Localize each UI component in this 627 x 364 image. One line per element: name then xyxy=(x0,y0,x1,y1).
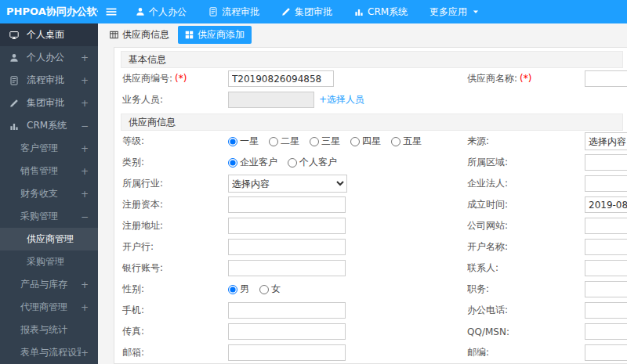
position-input[interactable] xyxy=(585,281,627,297)
supplier-name-input[interactable] xyxy=(585,70,627,87)
category-radio-option[interactable]: 个人客户 xyxy=(288,156,337,169)
account-name-label-cell: 开户名称: xyxy=(467,240,585,254)
registered-address-input[interactable] xyxy=(228,218,346,234)
expand-icon[interactable]: + xyxy=(81,302,98,313)
supplier-code-input[interactable] xyxy=(228,70,334,87)
tab-supplier-info[interactable]: 供应商信息 xyxy=(103,26,176,44)
supplier-name-label: 供应商名称: xyxy=(467,73,517,84)
topnav-item-process-approval[interactable]: 流程审批 xyxy=(198,0,270,23)
edit-icon xyxy=(281,7,291,16)
sidebar-item-sales-mgmt[interactable]: 销售管理+ xyxy=(0,160,98,182)
account-name-input[interactable] xyxy=(585,239,627,255)
region-input[interactable] xyxy=(585,154,627,171)
bank-account-control-cell xyxy=(228,260,467,276)
topnav-item-group-approval[interactable]: 集团审批 xyxy=(270,0,343,23)
category-radio-input[interactable] xyxy=(228,158,237,168)
website-control-cell xyxy=(585,218,627,234)
category-radio-input[interactable] xyxy=(288,158,297,168)
registered-address-label-cell: 注册地址: xyxy=(114,219,228,232)
sidebar-item-customer-mgmt[interactable]: 客户管理+ xyxy=(0,137,98,160)
source-select[interactable]: 选择内容 xyxy=(585,132,627,150)
expand-icon[interactable]: + xyxy=(81,52,98,63)
supplier-form: 基本信息供应商编号:(*)供应商名称:(*)业务人员:+选择人员供应商信息等级:… xyxy=(114,47,627,364)
gender-radio-option[interactable]: 女 xyxy=(259,283,281,296)
level-radio-input[interactable] xyxy=(350,137,360,146)
menu-toggle-icon[interactable] xyxy=(98,0,125,23)
level-radio-option[interactable]: 五星 xyxy=(391,135,422,148)
required-mark: (*) xyxy=(175,73,187,84)
sidebar-item-finance[interactable]: 财务收支+ xyxy=(0,182,98,205)
expand-icon[interactable]: + xyxy=(81,189,98,200)
industry-select[interactable]: 选择内容 xyxy=(228,175,347,193)
qq-msn-input[interactable] xyxy=(585,323,627,340)
gender-radio-option[interactable]: 男 xyxy=(228,283,249,296)
level-radio-input[interactable] xyxy=(269,137,278,146)
sales-person-control-cell: +选择人员 xyxy=(228,92,467,108)
sales-person-picker-link[interactable]: +选择人员 xyxy=(319,93,364,106)
email-input[interactable] xyxy=(228,344,346,361)
collapse-icon[interactable]: − xyxy=(81,211,98,222)
expand-icon[interactable]: + xyxy=(81,348,98,359)
sidebar-item-personal-office[interactable]: 个人办公+ xyxy=(0,46,98,69)
tab-supplier-add[interactable]: 供应商添加 xyxy=(178,26,252,44)
bank-account-input[interactable] xyxy=(228,260,346,276)
sidebar-item-label: 销售管理 xyxy=(20,164,81,178)
region-label: 所属区域: xyxy=(467,157,508,168)
gender-radio-input[interactable] xyxy=(259,285,269,294)
sidebar-item-group-approval[interactable]: 集团审批+ xyxy=(0,92,98,114)
registered-capital-input[interactable] xyxy=(228,196,346,213)
bank-branch-input[interactable] xyxy=(228,239,346,255)
category-radio-option[interactable]: 企业客户 xyxy=(228,156,277,169)
expand-icon[interactable]: + xyxy=(81,166,98,177)
topnav-item-label: 个人办公 xyxy=(149,5,187,19)
level-radio-option[interactable]: 二星 xyxy=(269,135,299,148)
sidebar-item-purchase-mgmt[interactable]: 采购管理− xyxy=(0,205,98,228)
expand-icon[interactable]: + xyxy=(81,98,98,109)
sidebar-item-product-inventory[interactable]: 产品与库存+ xyxy=(0,273,98,296)
gender-radio-input[interactable] xyxy=(228,285,237,294)
topnav-item-more-apps[interactable]: 更多应用 xyxy=(419,0,491,23)
office-phone-input[interactable] xyxy=(585,302,627,319)
section-header-supplier-info: 供应商信息 xyxy=(121,114,623,131)
fax-input[interactable] xyxy=(228,323,346,340)
level-radio-input[interactable] xyxy=(228,137,237,146)
topnav-item-personal-office[interactable]: 个人办公 xyxy=(125,0,198,23)
sidebar-item-process-approval[interactable]: 流程审批+ xyxy=(0,69,98,92)
radio-label: 五星 xyxy=(403,135,422,148)
bank-branch-label-cell: 开户行: xyxy=(114,240,228,254)
sidebar-item-reports-statistics[interactable]: 报表与统计 xyxy=(0,319,98,341)
expand-icon[interactable]: + xyxy=(81,143,98,154)
legal-person-label-cell: 企业法人: xyxy=(467,177,585,190)
expand-icon[interactable]: + xyxy=(81,279,98,290)
sales-person-input[interactable] xyxy=(228,92,314,108)
industry-control-cell: 选择内容 xyxy=(228,175,467,193)
level-radio-option[interactable]: 一星 xyxy=(228,135,259,148)
sidebar-item-crm-system[interactable]: CRM系统− xyxy=(0,114,98,137)
contact-person-input[interactable] xyxy=(585,260,627,276)
legal-person-input[interactable] xyxy=(585,175,627,192)
founded-date-input[interactable] xyxy=(585,196,627,213)
founded-date-label-cell: 成立时间: xyxy=(467,198,585,211)
topnav-item-label: 集团审批 xyxy=(295,5,332,19)
form-row: 邮箱:邮编: xyxy=(114,342,627,363)
sidebar-item-purchase-mgmt-sub[interactable]: 采购管理 xyxy=(0,250,98,273)
level-radio-input[interactable] xyxy=(391,137,400,146)
zipcode-label-cell: 邮编: xyxy=(467,346,585,359)
zipcode-input[interactable] xyxy=(585,344,627,361)
website-label-cell: 公司网站: xyxy=(467,219,585,232)
level-radio-option[interactable]: 四星 xyxy=(350,135,381,148)
supplier-code-label: 供应商编号: xyxy=(122,73,172,84)
collapse-icon[interactable]: − xyxy=(81,121,98,132)
level-radio-option[interactable]: 三星 xyxy=(310,135,340,148)
region-control-cell xyxy=(585,154,627,171)
sidebar-item-form-flow-settings[interactable]: 表单与流程设置+ xyxy=(0,341,98,364)
sidebar-item-supplier-mgmt[interactable]: 供应商管理 xyxy=(0,228,98,250)
sidebar-item-personal-desktop[interactable]: 个人桌面 xyxy=(0,23,98,46)
sidebar-item-agent-mgmt[interactable]: 代理商管理+ xyxy=(0,296,98,319)
app-window: PHPOA协同办公软件 个人办公流程审批集团审批CRM系统更多应用 个人桌面个人… xyxy=(0,0,627,364)
website-input[interactable] xyxy=(585,218,627,234)
mobile-input[interactable] xyxy=(228,302,346,319)
level-radio-input[interactable] xyxy=(310,137,319,146)
expand-icon[interactable]: + xyxy=(81,75,98,86)
topnav-item-crm-system[interactable]: CRM系统 xyxy=(343,0,419,23)
